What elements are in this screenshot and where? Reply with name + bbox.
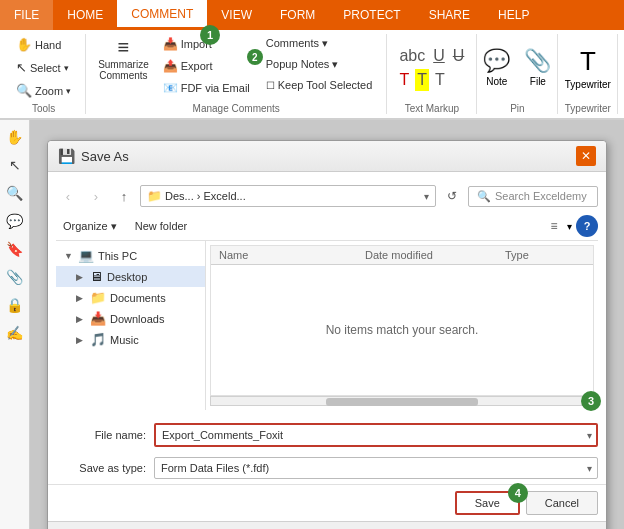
view-dropdown[interactable]: ▾ [567,221,572,232]
text-color-icon[interactable]: T [397,69,411,91]
tools-group-content: ✋ Hand ↖ Select ▾ 🔍 Zoom ▾ [10,34,77,101]
tree-item-music[interactable]: ▶ 🎵 Music [56,329,205,350]
comments-button[interactable]: Comments ▾ [260,34,379,53]
left-attach-button[interactable]: 📎 [2,264,28,290]
note-label: Note [486,76,507,87]
help-button[interactable]: ? [576,215,598,237]
typewriter-label: Typewriter [565,79,611,90]
filename-input-wrapper: ▾ [154,423,598,447]
left-comment-button[interactable]: 💬 [2,208,28,234]
tab-help[interactable]: HELP [484,0,543,30]
desktop-icon: 🖥 [90,269,103,284]
tree-item-documents[interactable]: ▶ 📁 Documents [56,287,205,308]
filename-input[interactable] [154,423,598,447]
fdf-email-button[interactable]: 📧 FDF via Email [157,78,256,98]
address-dropdown[interactable]: ▾ [424,191,429,202]
hand-icon: ✋ [16,37,32,52]
zoom-button[interactable]: 🔍 Zoom ▾ [10,80,77,101]
abc-icon[interactable]: abc [397,45,427,67]
select-button[interactable]: ↖ Select ▾ [10,57,77,78]
popup-notes-button[interactable]: Popup Notes ▾ [260,55,379,74]
checkbox-icon: ☐ [266,80,275,91]
chevron-right-icon: ▶ [76,293,86,303]
save-as-dialog: 💾 Save As ✕ ‹ › ↑ 📁 Des... › Exceld... [47,140,607,529]
chevron-right-icon: ▶ [76,314,86,324]
column-date: Date modified [365,249,505,261]
nav-back-button[interactable]: ‹ [56,184,80,208]
view-buttons: ≡ ▾ [543,215,572,237]
save-button-wrapper: Save 4 [455,491,520,515]
export-icon: 📤 [163,59,178,73]
dialog-body: ‹ › ↑ 📁 Des... › Exceld... ▾ ↺ 🔍 Search … [48,172,606,418]
strikethrough-icon[interactable]: U [451,45,467,67]
export-button[interactable]: 📤 Export 2 [157,56,256,76]
fdf-icon: 📧 [163,81,178,95]
horizontal-scrollbar[interactable]: 3 [210,396,594,406]
nav-up-button[interactable]: ↑ [112,184,136,208]
chevron-right-icon: ▶ [76,272,86,282]
left-sign-button[interactable]: ✍ [2,320,28,346]
tab-file[interactable]: FILE [0,0,53,30]
keep-tool-button[interactable]: ☐ Keep Tool Selected [260,76,379,94]
filetype-select[interactable]: Form Data Files (*.fdf) [154,457,598,479]
summarize-comments-button[interactable]: ≡ SummarizeComments [94,34,153,83]
downloads-icon: 📥 [90,311,106,326]
nav-forward-button[interactable]: › [84,184,108,208]
main-area: 💾 Save As ✕ ‹ › ↑ 📁 Des... › Exceld... [30,120,624,529]
search-placeholder: Search Exceldemy [495,190,587,202]
dialog-title-icon: 💾 [58,148,75,164]
tab-home[interactable]: HOME [53,0,117,30]
left-select-button[interactable]: ↖ [2,152,28,178]
tree-label-documents: Documents [110,292,166,304]
dialog-toolbar-row: Organize ▾ New folder ≡ ▾ ? [56,212,598,241]
cancel-button[interactable]: Cancel [526,491,598,515]
tree-label-downloads: Downloads [110,313,164,325]
filetype-select-wrapper: Form Data Files (*.fdf) ▾ [154,457,598,479]
import-icon: 📥 [163,37,178,51]
badge-2: 2 [247,49,263,65]
badge-4: 4 [508,483,528,503]
tab-protect[interactable]: PROTECT [329,0,414,30]
search-icon: 🔍 [477,190,491,203]
tree-item-this-pc[interactable]: ▼ 💻 This PC [56,245,205,266]
tree-label-desktop: Desktop [107,271,147,283]
left-stamp-button[interactable]: 🔖 [2,236,28,262]
hand-button[interactable]: ✋ Hand [10,34,77,55]
dialog-title-text: Save As [81,149,129,164]
tab-comment[interactable]: COMMENT [117,0,207,30]
organize-button[interactable]: Organize ▾ [56,216,124,237]
left-zoom-button[interactable]: 🔍 [2,180,28,206]
text-style-icon[interactable]: T [433,69,447,91]
search-bar[interactable]: 🔍 Search Exceldemy [468,186,598,207]
tab-share[interactable]: SHARE [415,0,484,30]
view-toggle-button[interactable]: ≡ [543,215,565,237]
text-highlight-icon[interactable]: T [415,69,429,91]
ribbon-content: ✋ Hand ↖ Select ▾ 🔍 Zoom ▾ Tools [0,30,624,119]
chevron-right-icon: ▶ [76,335,86,345]
file-list-header: Name Date modified Type [211,246,593,265]
dialog-titlebar: 💾 Save As ✕ [48,141,606,172]
filetype-label: Save as type: [56,462,146,474]
manage-comments-content: ≡ SummarizeComments 📥 Import 📤 Export 2 … [94,34,378,101]
refresh-button[interactable]: ↺ [440,184,464,208]
filename-label: File name: [56,429,146,441]
tree-item-desktop[interactable]: ▶ 🖥 Desktop [56,266,205,287]
computer-icon: 💻 [78,248,94,263]
ribbon-tabs: FILE HOME COMMENT VIEW FORM PROTECT SHAR… [0,0,624,30]
tree-item-downloads[interactable]: ▶ 📥 Downloads [56,308,205,329]
tab-form[interactable]: FORM [266,0,329,30]
left-lock-button[interactable]: 🔒 [2,292,28,318]
tab-view[interactable]: VIEW [207,0,266,30]
typewriter-icon: T [580,46,596,77]
new-folder-button[interactable]: New folder [128,216,195,236]
filetype-row: Save as type: Form Data Files (*.fdf) ▾ [48,452,606,484]
dialog-close-button[interactable]: ✕ [576,146,596,166]
tools-group-label: Tools [32,103,55,114]
address-bar[interactable]: 📁 Des... › Exceld... ▾ [140,185,436,207]
ribbon-group-tools: ✋ Hand ↖ Select ▾ 🔍 Zoom ▾ Tools [2,34,86,114]
app-container: ✋ ↖ 🔍 💬 🔖 📎 🔒 ✍ 💾 Save As ✕ [0,120,624,529]
folder-tree: ▼ 💻 This PC ▶ 🖥 Desktop ▶ [56,241,206,410]
left-hand-button[interactable]: ✋ [2,124,28,150]
underline-icon[interactable]: U [431,45,447,67]
hide-folders-button[interactable]: ‹ Hide Folders [48,521,606,529]
